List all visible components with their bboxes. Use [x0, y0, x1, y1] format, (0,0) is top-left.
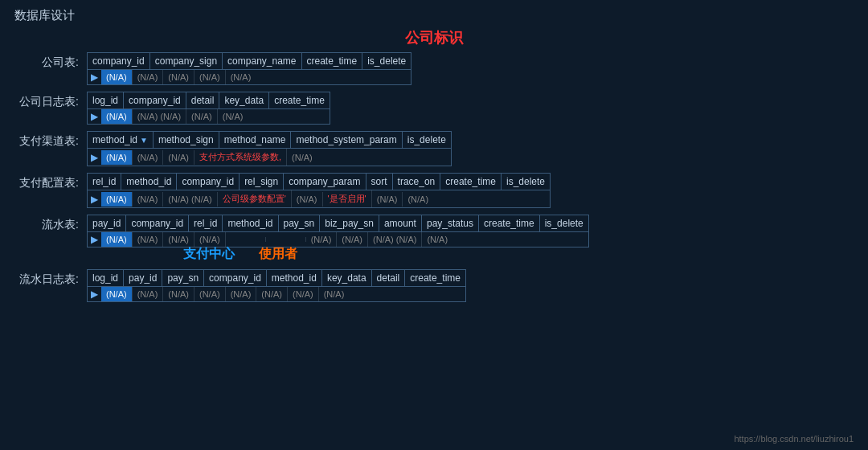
row-arrow: ▶ [88, 192, 101, 207]
pk-icon: ▼ [140, 136, 148, 145]
col-create-time: create_time [479, 215, 540, 231]
watermark: https://blog.csdn.net/liuzhirou1 [734, 434, 854, 444]
row-arrow: ▶ [88, 70, 101, 84]
cell-pay-sn [226, 237, 266, 242]
col-method-id: method_id [223, 215, 278, 231]
cell-method-id: (N/A) [101, 150, 133, 165]
col-pay-status: pay_status [422, 215, 479, 231]
col-pay-id: pay_id [124, 270, 162, 286]
cell-method-sign: (N/A) [133, 150, 164, 165]
flow-log-table-row: 流水日志表: log_id pay_id pay_sn company_id m… [14, 269, 854, 302]
col-company-sign: company_sign [150, 53, 223, 69]
col-create-time: create_time [302, 53, 363, 69]
cell-is-delete: (N/A) [226, 70, 256, 84]
cell-is-delete: (N/A) [422, 232, 452, 247]
col-rel-id: rel_id [189, 215, 223, 231]
col-pay-id: pay_id [88, 215, 126, 231]
col-pay-sn: pay_sn [279, 215, 321, 231]
cell-create-time: (N/A) [194, 70, 226, 84]
cell-pay-id: (N/A) [133, 287, 164, 301]
cell-pay-sn: (N/A) [163, 287, 194, 301]
flow-table-label: 流水表: [14, 215, 87, 232]
col-is-delete: is_delete [540, 215, 588, 231]
col-biz-pay-sn: biz_pay_sn [320, 215, 379, 231]
flow-center-label: 支付中心 [183, 246, 235, 263]
page-title: 数据库设计 [0, 0, 868, 27]
center-label: 公司标识 [14, 28, 854, 47]
cell-pay-id: (N/A) [101, 232, 133, 247]
col-method-system-param: method_system_param [291, 132, 402, 148]
cell-create-time: (N/A) [319, 287, 350, 301]
col-log-id: log_id [88, 270, 124, 286]
company-table: company_id company_sign company_name cre… [87, 52, 411, 85]
cell-amount: (N/A) [306, 232, 338, 247]
payment-channel-label: 支付渠道表: [14, 131, 87, 149]
col-detail: detail [372, 270, 406, 286]
cell-company-sign: (N/A) [133, 70, 164, 84]
col-rel-id: rel_id [88, 174, 121, 190]
col-create-time: create_time [269, 92, 330, 108]
cell-is-delete: (N/A) [403, 192, 433, 207]
company-table-row: 公司表: company_id company_sign company_nam… [14, 52, 854, 85]
row-arrow: ▶ [88, 232, 101, 247]
cell-company-id: (N/A) (N/A) [133, 109, 186, 124]
col-company-id: company_id [124, 92, 186, 108]
company-log-table: log_id company_id detail key_data create… [87, 92, 330, 125]
cell-trace-on: '是否启用' [323, 190, 372, 207]
col-create-time: create_time [405, 270, 465, 286]
cell-log-id: (N/A) [101, 109, 133, 124]
col-company-param: company_param [284, 174, 366, 190]
col-amount: amount [379, 215, 422, 231]
col-method-id: method_id [121, 174, 177, 190]
cell-sort: (N/A) [292, 192, 323, 207]
col-create-time: create_time [440, 174, 502, 190]
col-company-id: company_id [126, 215, 189, 231]
col-method-id: method_id [267, 270, 322, 286]
company-table-label: 公司表: [14, 52, 87, 70]
cell-create-time: (N/A) [218, 109, 248, 124]
user-label: 使用者 [259, 246, 297, 263]
cell-company-id: (N/A) [133, 232, 164, 247]
payment-config-table-row: 支付配置表: rel_id method_id company_id rel_s… [14, 173, 854, 208]
row-arrow: ▶ [88, 287, 101, 301]
col-pay-sn: pay_sn [162, 270, 204, 286]
cell-rel-id: (N/A) [163, 232, 194, 247]
cell-method-id: (N/A) [194, 232, 226, 247]
flow-table: pay_id company_id rel_id method_id pay_s… [87, 215, 589, 248]
flow-log-label: 流水日志表: [14, 269, 87, 287]
cell-biz-pay-sn [266, 237, 306, 242]
flow-log-table: log_id pay_id pay_sn company_id method_i… [87, 269, 466, 302]
col-key-data: key_data [322, 270, 372, 286]
cell-pay-status: (N/A) [337, 232, 368, 247]
col-rel-sign: rel_sign [240, 174, 284, 190]
company-log-table-row: 公司日志表: log_id company_id detail key_data… [14, 92, 854, 125]
cell-company-id: (N/A) [194, 287, 226, 301]
cell-create-time: (N/A) (N/A) [368, 232, 422, 247]
col-is-delete: is_delete [502, 174, 550, 190]
col-method-sign: method_sign [154, 132, 219, 148]
payment-channel-table-row: 支付渠道表: method_id ▼ method_sign method_na… [14, 131, 854, 166]
cell-log-id: (N/A) [101, 287, 133, 301]
cell-method-name: (N/A) [163, 150, 194, 165]
col-is-delete: is_delete [362, 53, 411, 69]
cell-company-param: 公司级参数配置' [218, 190, 292, 207]
cell-method-system-param: 支付方式系统级参数, [194, 149, 287, 166]
cell-is-delete: (N/A) [287, 150, 317, 165]
payment-config-table: rel_id method_id company_id rel_sign com… [87, 173, 551, 208]
cell-key-data: (N/A) [256, 287, 288, 301]
col-company-id: company_id [177, 174, 240, 190]
row-arrow: ▶ [88, 109, 101, 124]
cell-create-time: (N/A) [372, 192, 403, 207]
col-is-delete: is_delete [403, 132, 451, 148]
col-sort: sort [366, 174, 393, 190]
col-detail: detail [186, 92, 220, 108]
cell-method-id: (N/A) [133, 192, 164, 207]
col-key-data: key_data [219, 92, 269, 108]
cell-rel-id: (N/A) [101, 192, 133, 207]
col-company-id: company_id [204, 270, 267, 286]
cell-company-id: (N/A) [101, 70, 133, 84]
col-log-id: log_id [88, 92, 124, 108]
cell-company-id: (N/A) (N/A) [163, 192, 217, 207]
col-trace-on: trace_on [393, 174, 441, 190]
cell-detail: (N/A) [288, 287, 319, 301]
